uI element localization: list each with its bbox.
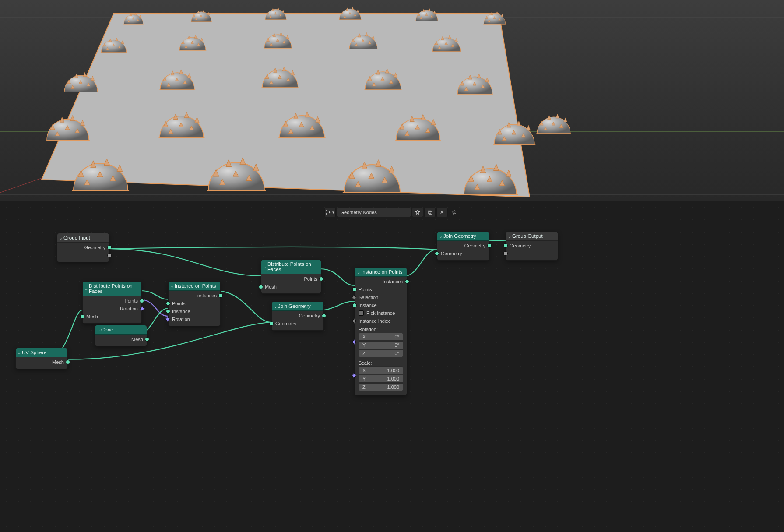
svg-rect-17 xyxy=(429,212,432,215)
node-title: ⌄Group Input xyxy=(57,233,109,243)
svg-rect-16 xyxy=(428,211,431,213)
socket-label: Geometry xyxy=(464,243,485,248)
node-cone[interactable]: ⌄Cone Mesh xyxy=(95,325,147,346)
svg-point-14 xyxy=(326,213,328,215)
value: 1.000 xyxy=(387,368,399,373)
node-title-label: Join Geometry xyxy=(443,233,476,239)
geometry-node-editor[interactable]: ▾ Geometry Nodes ✕ xyxy=(0,201,784,532)
socket-mesh-out[interactable] xyxy=(66,360,70,364)
socket-geometry-out[interactable] xyxy=(322,314,326,318)
scale-y-field[interactable]: Y1.000 xyxy=(359,375,403,383)
rotation-z-field[interactable]: Z0° xyxy=(359,349,403,357)
node-title: ⌄Group Output xyxy=(506,232,558,241)
socket-label: Geometry xyxy=(84,245,105,250)
node-title: ⌄Cone xyxy=(95,325,147,335)
socket-virtual-in[interactable] xyxy=(503,251,508,256)
node-join-geometry-2[interactable]: ⌄Join Geometry Geometry Geometry xyxy=(437,231,489,261)
node-tree-name-field[interactable]: Geometry Nodes xyxy=(337,208,411,217)
socket-geometry-in[interactable] xyxy=(503,243,508,248)
node-group-input[interactable]: ⌄Group Input Geometry xyxy=(57,233,109,262)
node-editor-header: ▾ Geometry Nodes ✕ xyxy=(324,208,460,217)
node-join-geometry-1[interactable]: ⌄Join Geometry Geometry Geometry xyxy=(271,301,324,331)
node-title: ⌄Distribute Points on Faces xyxy=(83,282,141,296)
fake-user-button[interactable] xyxy=(412,208,423,217)
socket-label: Points xyxy=(172,301,186,306)
socket-label: Points xyxy=(124,298,138,303)
socket-label: Instances xyxy=(196,293,217,298)
node-title-label: Cone xyxy=(101,327,113,332)
socket-label: Instance Index xyxy=(359,318,390,324)
unlink-button[interactable]: ✕ xyxy=(436,208,448,217)
socket-mesh-out[interactable] xyxy=(145,337,149,342)
socket-label: Instance xyxy=(172,309,190,314)
socket-points-out[interactable] xyxy=(319,277,323,281)
socket-instance-in[interactable] xyxy=(166,309,170,314)
socket-label: Geometry xyxy=(441,251,462,256)
node-distribute-points-1[interactable]: ⌄Distribute Points on Faces Points Rotat… xyxy=(82,281,142,324)
node-title-label: Distribute Points on Faces xyxy=(89,283,139,294)
socket-instances-out[interactable] xyxy=(405,279,409,284)
node-title-label: Instance on Points xyxy=(361,269,403,275)
node-instance-on-points-2[interactable]: ⌄Instance on Points Instances Points Sel… xyxy=(355,267,407,395)
pin-button[interactable] xyxy=(449,208,460,217)
scale-x-field[interactable]: X1.000 xyxy=(359,366,403,374)
rotation-y-field[interactable]: Y0° xyxy=(359,341,403,349)
socket-geometry-out[interactable] xyxy=(107,245,112,250)
socket-label: Points xyxy=(359,287,372,292)
socket-label: Rotation xyxy=(120,306,138,311)
node-title: ⌄Instance on Points xyxy=(169,282,220,291)
node-title-label: Join Geometry xyxy=(278,303,311,309)
node-title-label: Group Input xyxy=(63,235,90,240)
socket-mesh-in[interactable] xyxy=(80,314,84,319)
socket-label: Instances xyxy=(383,279,403,284)
scale-z-field[interactable]: Z1.000 xyxy=(359,383,403,391)
node-title: ⌄Instance on Points xyxy=(355,268,407,277)
socket-points-in[interactable] xyxy=(352,287,357,292)
node-title: ⌄Join Geometry xyxy=(272,302,323,311)
duplicate-button[interactable] xyxy=(424,208,436,217)
pick-instance-checkbox[interactable] xyxy=(359,310,364,316)
node-group-output[interactable]: ⌄Group Output Geometry xyxy=(506,231,558,261)
viewport-3d[interactable] xyxy=(0,0,784,201)
socket-geometry-in[interactable] xyxy=(435,251,439,256)
node-title-label: Group Output xyxy=(512,233,543,239)
socket-label: Mesh xyxy=(52,359,64,365)
socket-label: Instance xyxy=(359,303,377,308)
node-title: ⌄UV Sphere xyxy=(16,348,67,357)
value: 0° xyxy=(394,334,399,339)
socket-label: Points xyxy=(304,276,317,282)
socket-geometry-in[interactable] xyxy=(269,321,274,326)
value: 1.000 xyxy=(387,384,399,390)
value: 1.000 xyxy=(387,376,399,381)
value: 0° xyxy=(394,351,399,356)
socket-virtual-out[interactable] xyxy=(107,253,112,257)
node-instance-on-points-1[interactable]: ⌄Instance on Points Instances Points Ins… xyxy=(168,281,221,326)
socket-points-in[interactable] xyxy=(166,301,170,306)
socket-instances-out[interactable] xyxy=(218,293,223,298)
node-title: ⌄Distribute Points on Faces xyxy=(261,260,321,274)
socket-label: Mesh xyxy=(131,337,143,342)
socket-label: Rotation xyxy=(172,317,190,322)
node-title-label: UV Sphere xyxy=(22,350,46,355)
socket-label: Pick Instance xyxy=(366,310,395,316)
vector-label: Rotation: xyxy=(359,327,403,332)
node-title: ⌄Join Geometry xyxy=(437,232,489,241)
socket-label: Geometry xyxy=(275,321,296,326)
vector-label: Scale: xyxy=(359,360,403,366)
node-distribute-points-2[interactable]: ⌄Distribute Points on Faces Points Mesh xyxy=(261,259,321,294)
socket-label: Mesh xyxy=(265,284,277,289)
node-uv-sphere[interactable]: ⌄UV Sphere Mesh xyxy=(15,348,68,369)
node-title-label: Distribute Points on Faces xyxy=(267,261,318,272)
socket-label: Mesh xyxy=(86,314,98,319)
socket-label: Geometry xyxy=(510,243,531,248)
rotation-x-field[interactable]: X0° xyxy=(359,333,403,341)
socket-geometry-out[interactable] xyxy=(487,243,492,248)
svg-point-13 xyxy=(326,210,328,212)
node-tree-browse-button[interactable]: ▾ xyxy=(324,208,336,217)
socket-instance-in[interactable] xyxy=(352,303,357,307)
node-title-label: Instance on Points xyxy=(175,283,216,289)
value: 0° xyxy=(394,342,399,348)
socket-mesh-in[interactable] xyxy=(259,285,263,289)
socket-label: Geometry xyxy=(299,313,320,318)
socket-points-out[interactable] xyxy=(140,299,144,303)
